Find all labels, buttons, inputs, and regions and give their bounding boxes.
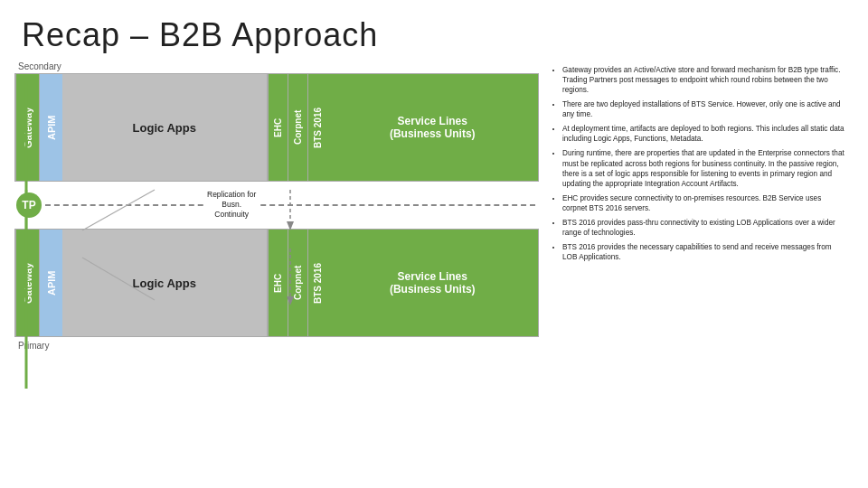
tp-badge: TP	[16, 192, 42, 218]
ehc-group-bottom: EHC Corpnet BTS 2016	[268, 230, 327, 336]
apim-bottom-label: APIM	[39, 230, 62, 336]
corpnet-top-label: Corpnet	[288, 74, 307, 181]
gateway-top-label: Gateway	[15, 74, 39, 181]
logic-apps-top: Logic Apps	[62, 74, 268, 181]
bullet-1: Gateway provides an Active/Active store …	[562, 65, 844, 95]
bullet-4: During runtime, there are properties tha…	[562, 148, 844, 188]
gateway-bottom-label: Gateway	[15, 230, 39, 336]
primary-label: Primary	[18, 341, 539, 351]
primary-region: Gateway APIM Logic Apps EHC Corpnet BTS …	[14, 229, 539, 337]
corpnet-bottom-label: Corpnet	[288, 230, 307, 336]
bts-top-label: BTS 2016	[307, 74, 327, 181]
ehc-bottom-label: EHC	[268, 230, 288, 336]
bullet-3: At deployment time, artifacts are deploy…	[562, 124, 844, 144]
logic-apps-bottom: Logic Apps	[62, 230, 268, 336]
secondary-label: Secondary	[18, 61, 539, 71]
bullet-panel: Gateway provides an Active/Active store …	[539, 61, 854, 486]
service-lines-bottom: Service Lines(Business Units)	[327, 230, 539, 336]
bullet-list: Gateway provides an Active/Active store …	[552, 65, 844, 262]
diagram-area: Secondary Gateway APIM Logic Apps EHC Co…	[14, 61, 539, 486]
page-title: Recap – B2B Approach	[0, 0, 868, 61]
bullet-6: BTS 2016 provides pass-thru connectivity…	[562, 218, 844, 238]
bullet-5: EHC provides secure connectivity to on-p…	[562, 193, 844, 213]
tp-area: TP Replication forBusn.Continuity	[14, 182, 539, 229]
apim-top-label: APIM	[39, 74, 62, 181]
service-lines-top: Service Lines(Business Units)	[327, 74, 539, 181]
bullet-7: BTS 2016 provides the necessary capabili…	[562, 242, 844, 262]
tp-dashed-line	[45, 204, 535, 206]
bts-bottom-label: BTS 2016	[307, 230, 327, 336]
replication-box: Replication forBusn.Continuity	[204, 189, 259, 221]
ehc-group-top: EHC Corpnet BTS 2016	[268, 74, 327, 181]
ehc-top-label: EHC	[268, 74, 288, 181]
bullet-2: There are two deployed installations of …	[562, 99, 844, 119]
secondary-region: Gateway APIM Logic Apps EHC Corpnet BTS …	[14, 73, 539, 182]
